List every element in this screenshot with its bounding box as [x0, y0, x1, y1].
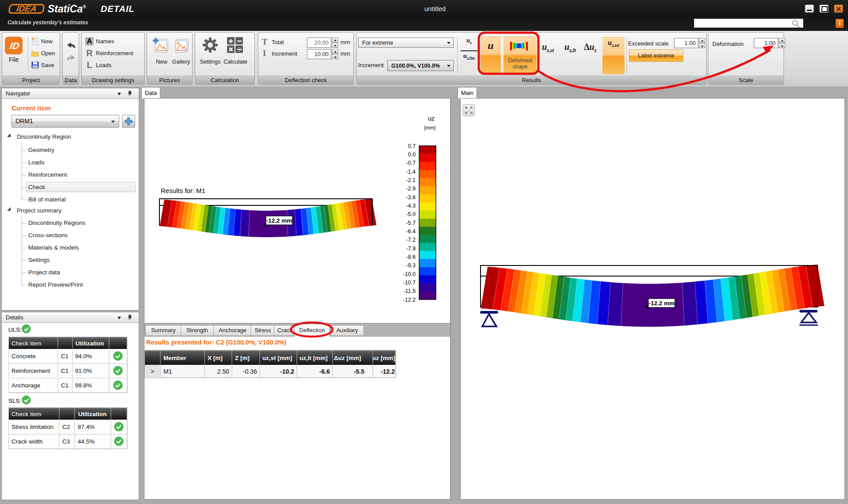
svg-text:[mm]: [mm]	[424, 125, 435, 130]
svg-text:94.0%: 94.0%	[75, 353, 92, 360]
svg-text:uz [mm]: uz [mm]	[372, 355, 395, 361]
svg-text:-0.7: -0.7	[406, 160, 416, 166]
svg-text:-7.9: -7.9	[406, 246, 416, 252]
svg-text:C1: C1	[61, 353, 68, 360]
svg-text:-1.4: -1.4	[406, 169, 416, 175]
svg-text:0.0: 0.0	[408, 152, 416, 158]
svg-text:-10.0: -10.0	[403, 271, 416, 277]
svg-text:-5.5: -5.5	[354, 368, 364, 375]
svg-text:-10.7: -10.7	[403, 280, 416, 286]
svg-text:-12.2: -12.2	[381, 368, 395, 375]
svg-text:-2.1: -2.1	[406, 177, 416, 183]
svg-text:Z [m]: Z [m]	[235, 355, 250, 361]
svg-text:Stress limitation: Stress limitation	[11, 424, 53, 430]
svg-text:C2: C2	[62, 424, 70, 430]
svg-text:-3.6: -3.6	[406, 194, 416, 201]
svg-text:Anchorage: Anchorage	[11, 382, 40, 389]
svg-text:0.7: 0.7	[408, 143, 416, 149]
svg-text:C1: C1	[61, 382, 68, 389]
svg-text:Check item: Check item	[11, 340, 42, 347]
svg-text:-12.2: -12.2	[403, 297, 416, 303]
svg-text:Reinforcement: Reinforcement	[11, 368, 50, 374]
svg-text:-2.9: -2.9	[406, 186, 416, 192]
svg-text:44.5%: 44.5%	[78, 438, 95, 445]
svg-text:-4.3: -4.3	[406, 203, 416, 209]
svg-text:-5.7: -5.7	[406, 220, 416, 226]
svg-text:87.4%: 87.4%	[78, 424, 95, 430]
svg-text:uz: uz	[428, 115, 435, 122]
svg-text:-11.5: -11.5	[403, 288, 416, 294]
svg-text:M1: M1	[163, 368, 172, 375]
svg-text:Utilization: Utilization	[76, 340, 104, 347]
svg-text:C3: C3	[62, 438, 70, 445]
svg-text:Utilization: Utilization	[78, 411, 107, 417]
svg-text:-9.3: -9.3	[406, 262, 416, 269]
svg-text:-12.2 mm: -12.2 mm	[649, 300, 675, 307]
svg-text:uz,lt [mm]: uz,lt [mm]	[299, 355, 328, 361]
svg-text:-12.2 mm: -12.2 mm	[266, 217, 292, 224]
svg-text:-6.6: -6.6	[319, 368, 330, 375]
svg-text:uz,st [mm]: uz,st [mm]	[262, 355, 292, 361]
svg-text:Crack width: Crack width	[11, 438, 43, 445]
svg-text:99.8%: 99.8%	[75, 382, 92, 389]
svg-text:-5.0: -5.0	[406, 211, 416, 217]
svg-text:-7.2: -7.2	[406, 237, 416, 243]
svg-text:Concrete: Concrete	[11, 353, 36, 360]
svg-text:Δuz [mm]: Δuz [mm]	[334, 355, 361, 361]
svg-text:-10.2: -10.2	[280, 368, 294, 375]
svg-text:Results for: M1: Results for: M1	[161, 187, 205, 194]
svg-text:Check item: Check item	[11, 411, 42, 417]
svg-text:>: >	[151, 368, 154, 375]
svg-text:X [m]: X [m]	[208, 355, 223, 361]
svg-text:C1: C1	[61, 368, 68, 374]
svg-text:-6.4: -6.4	[406, 228, 416, 235]
svg-text:-0.36: -0.36	[243, 368, 257, 375]
svg-text:2.50: 2.50	[217, 368, 229, 375]
svg-text:91.0%: 91.0%	[75, 368, 92, 374]
svg-text:Member: Member	[163, 355, 187, 361]
svg-text:-8.6: -8.6	[406, 254, 416, 260]
